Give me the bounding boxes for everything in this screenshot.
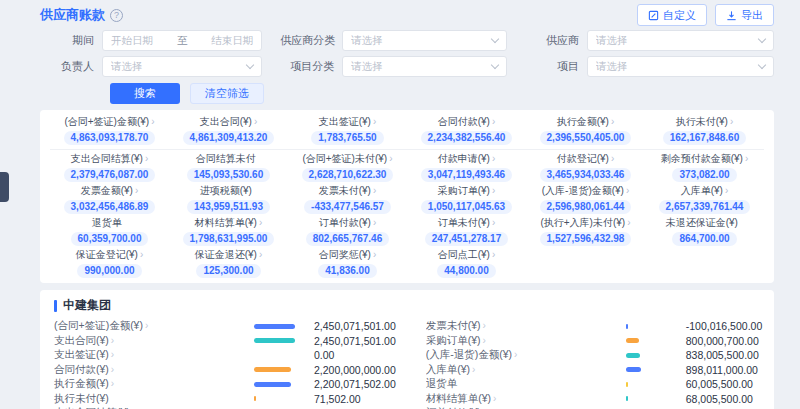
export-label: 导出 xyxy=(741,8,763,23)
stat-label-row: 支出合同(¥)› xyxy=(171,116,286,127)
stat-label-row: 退货单› xyxy=(52,217,167,228)
stat-item[interactable]: 执行未付(¥)› 162,167,848.60 xyxy=(645,115,764,147)
stat-item[interactable]: 未退还保证金(¥)› 864,700.00 xyxy=(645,216,764,248)
stat-item[interactable]: 保证金登记(¥)› 990,000.00 xyxy=(50,248,169,280)
stat-label-row: 付款登记(¥)› xyxy=(528,153,643,164)
chevron-down-icon xyxy=(491,61,499,69)
metric-row[interactable]: 采购订单(¥)› 800,000,700.00 xyxy=(426,334,762,349)
metric-label: 入库单(¥) xyxy=(426,363,470,375)
metric-row[interactable]: 退货单› 60,005,500.00 xyxy=(426,377,762,392)
stat-label: 支出合同结算(¥) xyxy=(71,153,143,164)
stat-item[interactable]: 订单付款(¥)› 802,665,767.46 xyxy=(288,216,407,248)
stat-item[interactable]: 发票金额(¥)› 3,032,456,486.89 xyxy=(50,184,169,216)
stat-item[interactable]: (入库-退货)金额(¥)› 2,596,980,061.44 xyxy=(526,184,645,216)
stat-item[interactable]: 合同付款(¥)› 2,234,382,556.40 xyxy=(407,115,526,147)
metric-bar xyxy=(626,338,640,343)
stat-item[interactable]: 退货单› 60,359,700.00 xyxy=(50,216,169,248)
sidebar-collapse-handle[interactable] xyxy=(0,172,9,202)
chevron-right-icon: › xyxy=(254,116,257,127)
stats-row: 支出合同结算(¥)› 2,379,476,087.00 合同结算未付› 145,… xyxy=(50,152,764,184)
date-range-input[interactable]: 开始日期 至 结束日期 xyxy=(102,30,262,51)
stat-label-row: 合同结算未付› xyxy=(171,153,286,164)
stat-value: 4,861,309,413.20 xyxy=(183,131,275,145)
stat-label-row: 采购订单(¥)› xyxy=(409,185,524,196)
stat-item[interactable]: 保证金退还(¥)› 125,300.00 xyxy=(169,248,288,280)
stat-label: 付款登记(¥) xyxy=(557,153,609,164)
stat-item[interactable]: 采购订单(¥)› 1,050,117,045.63 xyxy=(407,184,526,216)
chevron-right-icon: › xyxy=(259,249,262,260)
chevron-right-icon: › xyxy=(373,249,376,260)
stat-item[interactable]: 合同点工(¥)› 44,800.00 xyxy=(407,248,526,280)
stat-item[interactable]: 订单未付(¥)› 247,451,278.17 xyxy=(407,216,526,248)
filter-period: 期间 开始日期 至 结束日期 xyxy=(40,30,262,51)
stat-label-row: (入库-退货)金额(¥)› xyxy=(528,185,643,196)
search-button[interactable]: 搜索 xyxy=(110,83,180,104)
stat-item[interactable]: 支出签证(¥)› 1,783,765.50 xyxy=(288,115,407,147)
stats-panel: (合同+签证)金额(¥)› 4,863,093,178.70 支出合同(¥)› … xyxy=(40,110,774,283)
metric-label-row: 发票未付(¥)› xyxy=(426,319,626,333)
metric-row[interactable]: 支出合同(¥)› 2,450,071,501.00 xyxy=(54,334,396,349)
stat-item[interactable]: 入库单(¥)› 2,657,339,761.44 xyxy=(645,184,764,216)
stat-item[interactable]: 发票未付(¥)› -433,477,546.57 xyxy=(288,184,407,216)
supplier-select[interactable]: 请选择 xyxy=(587,30,774,51)
filter-supplier: 供应商 请选择 xyxy=(525,30,774,51)
stat-item[interactable]: 合同结算未付› 145,093,530.60 xyxy=(169,152,288,184)
metric-bar xyxy=(254,382,291,387)
help-icon[interactable]: ? xyxy=(110,9,123,22)
project-category-select[interactable]: 请选择 xyxy=(342,56,507,77)
project-select[interactable]: 请选择 xyxy=(587,56,774,77)
metric-row[interactable]: (入库-退货)金额(¥)› 838,005,500.00 xyxy=(426,348,762,363)
clear-filters-button[interactable]: 清空筛选 xyxy=(190,83,264,104)
customize-button[interactable]: 自定义 xyxy=(637,4,707,26)
metric-row[interactable]: 材料结算单(¥)› 68,005,500.00 xyxy=(426,392,762,407)
stat-label-row: 订单未付(¥)› xyxy=(409,217,524,228)
stat-item[interactable]: (合同+签证)金额(¥)› 4,863,093,178.70 xyxy=(50,115,169,147)
metric-row[interactable]: 入库单(¥)› 898,011,000.00 xyxy=(426,363,762,378)
stat-label-row: 进项税额(¥)› xyxy=(171,185,286,196)
export-button[interactable]: 导出 xyxy=(715,4,774,26)
chevron-down-icon xyxy=(491,35,499,43)
chevron-right-icon: › xyxy=(472,364,475,375)
stat-value: 2,657,339,761.44 xyxy=(659,200,751,214)
metric-row[interactable]: (合同+签证)金额(¥)› 2,450,071,501.00 xyxy=(54,319,396,334)
stat-label: 支出签证(¥) xyxy=(319,116,371,127)
stat-item[interactable]: 支出合同(¥)› 4,861,309,413.20 xyxy=(169,115,288,147)
chevron-right-icon: › xyxy=(135,185,138,196)
stat-item[interactable]: (合同+签证)未付(¥)› 2,628,710,622.30 xyxy=(288,152,407,184)
owner-select[interactable]: 请选择 xyxy=(102,56,262,77)
select-placeholder: 请选择 xyxy=(596,60,628,74)
stat-item[interactable]: 材料结算单(¥)› 1,798,631,995.00 xyxy=(169,216,288,248)
supplier-accounts-page: 供应商账款 ? 自定义 导出 期间 开始日期 至 结束日期 供应商分类 请 xyxy=(0,0,800,409)
stat-item[interactable]: 合同奖惩(¥)› 41,836.00 xyxy=(288,248,407,280)
metric-row[interactable]: 发票未付(¥)› -100,016,500.00 xyxy=(426,319,762,334)
chevron-down-icon xyxy=(758,35,766,43)
stat-item[interactable]: 付款登记(¥)› 3,465,934,033.46 xyxy=(526,152,645,184)
chevron-right-icon: › xyxy=(111,349,114,360)
stat-label-row: 剩余预付款金额(¥)› xyxy=(647,153,762,164)
chevron-right-icon: › xyxy=(725,185,728,196)
stat-label: 合同付款(¥) xyxy=(438,116,490,127)
metric-row[interactable]: 支出签证(¥)› 0.00 xyxy=(54,348,396,363)
start-date-placeholder: 开始日期 xyxy=(111,34,153,48)
stats-row: 退货单› 60,359,700.00 材料结算单(¥)› 1,798,631,9… xyxy=(50,216,764,248)
metric-label-row: 执行金额(¥)› xyxy=(54,377,254,391)
metric-row[interactable]: 合同付款(¥)› 2,200,000,000.00 xyxy=(54,363,396,378)
chevron-right-icon: › xyxy=(483,335,486,346)
chevron-right-icon: › xyxy=(259,217,262,228)
metric-label-row: 合同付款(¥)› xyxy=(54,363,254,377)
metric-bar-track xyxy=(626,353,678,358)
stat-value: 1,798,631,995.00 xyxy=(183,232,275,246)
stat-item[interactable]: 执行金额(¥)› 2,396,550,405.00 xyxy=(526,115,645,147)
stat-item[interactable]: 剩余预付款金额(¥)› 373,082.00 xyxy=(645,152,764,184)
metric-row[interactable]: 执行金额(¥)› 2,200,071,502.00 xyxy=(54,377,396,392)
stat-item[interactable]: 支出合同结算(¥)› 2,379,476,087.00 xyxy=(50,152,169,184)
stat-item[interactable]: 付款申请(¥)› 3,047,119,493.46 xyxy=(407,152,526,184)
stat-label: 合同奖惩(¥) xyxy=(319,249,371,260)
metric-row[interactable]: 执行未付(¥)› 71,502.00 xyxy=(54,392,396,407)
supplier-category-select[interactable]: 请选择 xyxy=(342,30,507,51)
stat-label: 进项税额(¥) xyxy=(200,185,252,196)
stat-item[interactable]: 进项税额(¥)› 143,959,511.93 xyxy=(169,184,288,216)
stat-item[interactable]: (执行+入库)未付(¥)› 1,527,596,432.98 xyxy=(526,216,645,248)
stats-divider xyxy=(50,149,764,150)
stat-label-row: 支出合同结算(¥)› xyxy=(52,153,167,164)
